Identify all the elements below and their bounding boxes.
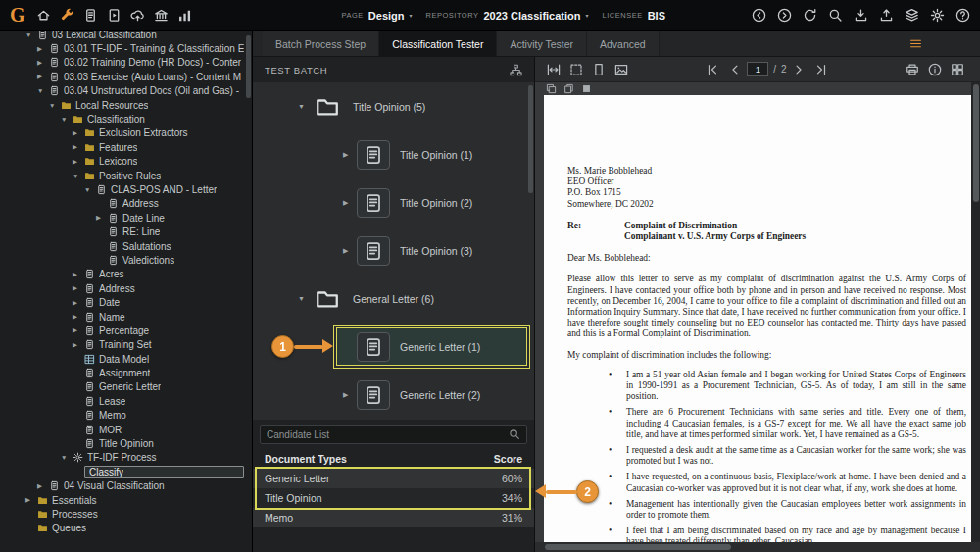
sidebar-item-03-lexical-classification[interactable]: ▼03 Lexical Classification [0,31,252,41]
cloud-upload-icon[interactable] [130,8,145,23]
sidebar-item-address[interactable]: ▶Address [0,281,252,295]
page-selector[interactable]: PAGE Design ▾ [342,10,413,22]
refresh-icon[interactable] [803,8,817,23]
tree-expand-arrow-icon[interactable]: ▶ [73,313,84,321]
score-row-generic-letter[interactable]: Generic Letter60% [253,469,534,488]
grid-views-icon[interactable] [951,63,964,76]
sidebar-item-classification[interactable]: ▼Classification [0,112,252,125]
tree-expand-arrow-icon[interactable]: ▶ [37,59,49,67]
sidebar-item-training-set[interactable]: ▶Training Set [0,338,252,352]
tree-collapse-arrow-icon[interactable]: ▼ [61,454,73,461]
download-icon[interactable] [854,8,868,23]
sidebar-item-processes[interactable]: Processes [0,507,252,521]
image-icon[interactable] [614,63,628,76]
tree-expand-arrow-icon[interactable]: ▶ [73,143,84,151]
page-number-input[interactable] [747,62,768,76]
batch-document-title-opinion-1[interactable]: ▶Title Opinion (1) [253,130,534,178]
gear-icon[interactable] [930,8,945,23]
sidebar-item-name[interactable]: ▶Name [0,310,252,324]
wrench-icon[interactable] [60,8,74,23]
sidebar-item-acres[interactable]: ▶Acres [0,268,252,281]
score-row-title-opinion[interactable]: Title Opinion34% [253,488,534,508]
tree-collapse-arrow-icon[interactable]: ▼ [49,102,61,109]
search-icon[interactable] [509,428,520,440]
export-icon[interactable] [107,8,122,23]
sidebar-item-lexicons[interactable]: ▶Lexicons [0,155,252,169]
tree-expand-arrow-icon[interactable]: ▶ [343,391,357,399]
upload-icon[interactable] [879,8,894,23]
copy-icon[interactable] [546,83,557,94]
sidebar-item-positive-rules[interactable]: ▼Positive Rules [0,169,252,182]
tab-classification-tester[interactable]: Classification Tester [379,31,497,56]
sidebar-item-data-model[interactable]: Data Model [0,352,252,366]
sidebar-item-03-04-unstructured-docs-oil-and-gas[interactable]: ▼03.04 Unstructured Docs (Oil and Gas) - [0,84,252,98]
tree-expand-arrow-icon[interactable]: ▶ [73,299,84,307]
info-icon[interactable] [928,63,942,76]
prev-page-icon[interactable] [728,63,742,76]
repository-selector[interactable]: REPOSITORY 2023 Classification ▾ [426,10,589,22]
last-page-icon[interactable] [814,63,828,76]
selected-tree-item-box[interactable]: Classify [84,466,244,478]
batch-document-generic-letter-2[interactable]: ▶Generic Letter (2) [253,371,534,419]
tree-expand-arrow-icon[interactable]: ▶ [37,482,49,490]
tree-expand-arrow-icon[interactable]: ▶ [73,326,84,334]
tree-collapse-arrow-icon[interactable]: ▼ [37,87,49,94]
sidebar-item-03-02-training-demo-hr-docs-conter[interactable]: ▶03.02 Training Demo (HR Docs) - Conter [0,56,252,70]
tree-expand-arrow-icon[interactable]: ▶ [343,199,357,207]
fit-width-icon[interactable] [547,63,561,76]
tree-expand-arrow-icon[interactable]: ▶ [96,214,108,222]
tree-expand-arrow-icon[interactable]: ▶ [73,158,84,166]
tree-collapse-arrow-icon[interactable]: ▼ [298,295,312,302]
tree-expand-arrow-icon[interactable]: ▶ [73,129,84,137]
sidebar-item-classify[interactable]: Classify [0,465,252,478]
sidebar-item-03-01-tf-idf-training-classification-e[interactable]: ▶03.01 TF-IDF - Training & Classificatio… [0,41,252,55]
search-icon[interactable] [828,8,843,23]
sidebar-scrollbar-thumb[interactable] [246,35,251,98]
sidebar-item-exclusion-extractors[interactable]: ▶Exclusion Extractors [0,126,252,140]
sidebar-item-percentage[interactable]: ▶Percentage [0,324,252,337]
sidebar-item-clas-pos-and-letter[interactable]: ▼CLAS-POS AND - Letter [0,182,252,196]
sidebar-item-date-line[interactable]: ▶Date Line [0,211,252,225]
tab-advanced[interactable]: Advanced [587,31,660,56]
sidebar-item-re-line[interactable]: RE: Line [0,225,252,238]
vertical-scrollbar-thumb[interactable] [973,84,979,202]
sidebar-item-mor[interactable]: MOR [0,423,252,436]
sidebar-item-features[interactable]: ▶Features [0,140,252,154]
tree-expand-arrow-icon[interactable]: ▶ [343,151,357,159]
sidebar-item-lease[interactable]: Lease [0,394,252,408]
forward-icon[interactable] [777,8,792,23]
tree-collapse-arrow-icon[interactable]: ▼ [61,116,73,123]
first-page-icon[interactable] [706,63,719,76]
tree-expand-arrow-icon[interactable]: ▶ [37,73,49,80]
batch-folder-general-letter-6[interactable]: ▼General Letter (6) [253,275,534,323]
tree-expand-arrow-icon[interactable]: ▶ [73,284,84,292]
sidebar-item-queues[interactable]: Queues [0,522,252,535]
layers-icon[interactable] [905,8,919,23]
tree-scrollbar-thumb[interactable] [528,85,533,193]
tree-collapse-arrow-icon[interactable]: ▼ [73,173,84,179]
building-icon[interactable] [154,8,169,23]
horizontal-scrollbar-thumb[interactable] [545,544,731,550]
hierarchy-icon[interactable] [510,64,522,76]
tab-batch-process-step[interactable]: Batch Process Step [263,31,379,56]
batch-document-generic-letter-1[interactable]: Generic Letter (1) [336,327,527,366]
score-row-memo[interactable]: Memo31% [253,508,534,527]
sidebar-item-03-03-exercise-auto-loans-content-m[interactable]: ▶03.03 Exercise (Auto Loans) - Content M [0,70,252,83]
tree-expand-arrow-icon[interactable]: ▶ [343,247,357,255]
sidebar-item-assignment[interactable]: Assignment [0,366,252,379]
bar-chart-icon[interactable] [177,8,192,23]
sidebar-item-generic-letter[interactable]: Generic Letter [0,380,252,394]
pages-icon[interactable] [564,83,574,94]
menu-icon[interactable] [908,37,923,50]
select-box-icon[interactable] [569,63,583,76]
printer-icon[interactable] [906,63,919,76]
sidebar-item-date[interactable]: ▶Date [0,295,252,309]
tab-activity-tester[interactable]: Activity Tester [497,31,587,56]
sidebar-item-04-visual-classification[interactable]: ▶04 Visual Classification [0,479,252,493]
sidebar-item-address[interactable]: Address [0,197,252,211]
back-icon[interactable] [752,8,766,23]
next-page-icon[interactable] [792,63,806,76]
batch-document-title-opinion-2[interactable]: ▶Title Opinion (2) [253,178,534,226]
tree-expand-arrow-icon[interactable]: ▶ [73,271,84,278]
help-icon[interactable] [956,8,970,23]
